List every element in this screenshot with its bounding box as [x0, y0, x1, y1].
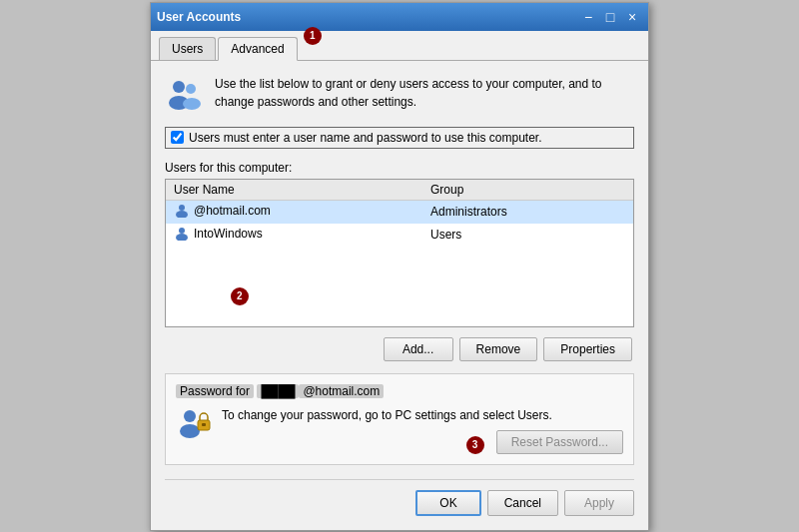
- must-enter-label: Users must enter a user name and passwor…: [189, 131, 542, 145]
- maximize-button[interactable]: □: [600, 7, 620, 27]
- dialog-content: Use the list below to grant or deny user…: [151, 61, 648, 530]
- add-button[interactable]: Add...: [384, 337, 453, 361]
- intro-text: Use the list below to grant or deny user…: [215, 75, 634, 111]
- minimize-button[interactable]: −: [578, 7, 598, 27]
- users-section-label: Users for this computer:: [165, 161, 634, 175]
- email-blurred: ████: [257, 384, 299, 398]
- user-small-icon: [174, 204, 190, 218]
- intro-section: Use the list below to grant or deny user…: [165, 75, 634, 115]
- title-bar: User Accounts − □ ×: [151, 3, 648, 31]
- checkbox-row[interactable]: Users must enter a user name and passwor…: [165, 127, 634, 149]
- svg-point-7: [176, 234, 188, 241]
- annotation-2: 2: [231, 287, 249, 305]
- user-name-cell: IntoWindows: [166, 224, 422, 247]
- tab-users[interactable]: Users: [159, 37, 216, 60]
- ok-button[interactable]: OK: [415, 490, 480, 516]
- svg-point-9: [180, 424, 200, 438]
- cancel-button[interactable]: Cancel: [487, 490, 558, 516]
- tab-bar: Users Advanced 1: [151, 31, 648, 61]
- svg-point-0: [173, 81, 185, 93]
- table-row[interactable]: @hotmail.com Administrators: [166, 200, 633, 224]
- password-text: To change your password, go to PC settin…: [222, 406, 623, 424]
- user-accounts-window: User Accounts − □ × Users Advanced 1: [150, 2, 649, 531]
- svg-point-8: [184, 410, 196, 422]
- password-inner: To change your password, go to PC settin…: [176, 406, 623, 454]
- close-button[interactable]: ×: [622, 7, 642, 27]
- annotation-3: 3: [466, 436, 484, 454]
- col-username: User Name: [166, 180, 422, 201]
- user-small-icon: [174, 227, 190, 241]
- properties-button[interactable]: Properties: [543, 337, 632, 361]
- reset-password-button[interactable]: Reset Password...: [496, 430, 623, 454]
- user-group-cell: Users: [422, 224, 633, 247]
- svg-point-6: [179, 228, 185, 234]
- password-label: Password for ████@hotmail.com: [176, 384, 623, 398]
- user-action-buttons: Add... Remove Properties: [165, 337, 634, 361]
- window-title: User Accounts: [157, 10, 241, 24]
- col-group: Group: [422, 180, 633, 201]
- svg-point-5: [176, 211, 188, 218]
- users-table: User Name Group @hotmail: [166, 180, 633, 326]
- user-row-1: @hotmail.com: [174, 204, 271, 218]
- users-table-container: User Name Group @hotmail: [165, 179, 634, 327]
- reset-btn-row: 3 Reset Password...: [222, 430, 623, 454]
- user-group-cell: Administrators: [422, 200, 633, 224]
- bottom-buttons: OK Cancel Apply: [165, 479, 634, 520]
- lock-user-icon: [176, 406, 212, 442]
- table-empty-space: 2: [166, 247, 633, 326]
- users-icon: [165, 77, 205, 115]
- annotation-1: 1: [304, 27, 322, 45]
- user-name-cell: @hotmail.com: [166, 200, 422, 224]
- svg-point-2: [186, 84, 196, 94]
- title-bar-controls: − □ ×: [578, 7, 642, 27]
- remove-button[interactable]: Remove: [459, 337, 538, 361]
- user-row-2: IntoWindows: [174, 227, 263, 241]
- svg-point-3: [183, 98, 201, 110]
- password-content: To change your password, go to PC settin…: [222, 406, 623, 454]
- password-section: Password for ████@hotmail.com To change …: [165, 373, 634, 465]
- svg-rect-11: [202, 423, 206, 426]
- table-row[interactable]: IntoWindows Users: [166, 224, 633, 247]
- tab-advanced[interactable]: Advanced: [218, 37, 297, 61]
- apply-button[interactable]: Apply: [564, 490, 634, 516]
- svg-point-4: [179, 205, 185, 211]
- must-enter-checkbox[interactable]: [171, 131, 184, 144]
